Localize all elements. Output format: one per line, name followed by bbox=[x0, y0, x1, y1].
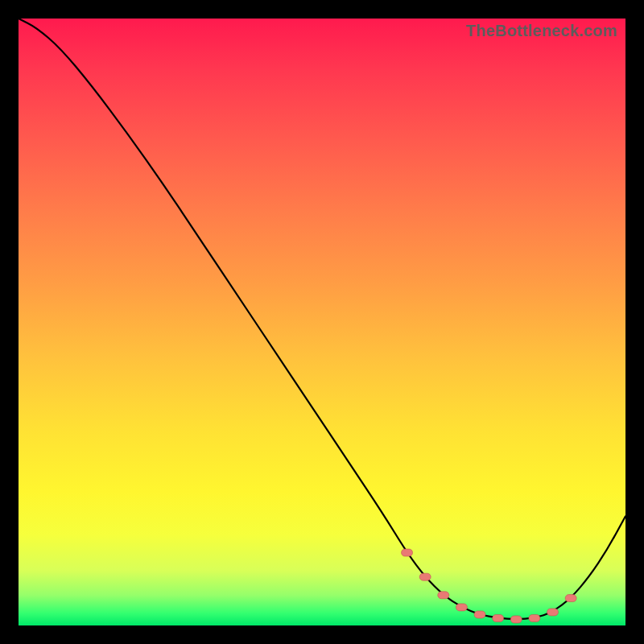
curve-marker bbox=[547, 609, 559, 616]
curve-marker bbox=[456, 604, 467, 611]
curve-marker bbox=[510, 616, 522, 623]
curve-marker bbox=[438, 592, 449, 599]
chart-frame: TheBottleneck.com bbox=[0, 0, 644, 644]
plot-area: TheBottleneck.com bbox=[19, 19, 625, 625]
curve-marker bbox=[402, 549, 413, 556]
curve-marker bbox=[565, 595, 576, 602]
curve-marker bbox=[474, 611, 485, 618]
curve-marker bbox=[419, 573, 431, 580]
bottleneck-curve bbox=[19, 19, 625, 625]
curve-marker bbox=[493, 614, 504, 621]
curve-marker bbox=[529, 614, 540, 621]
